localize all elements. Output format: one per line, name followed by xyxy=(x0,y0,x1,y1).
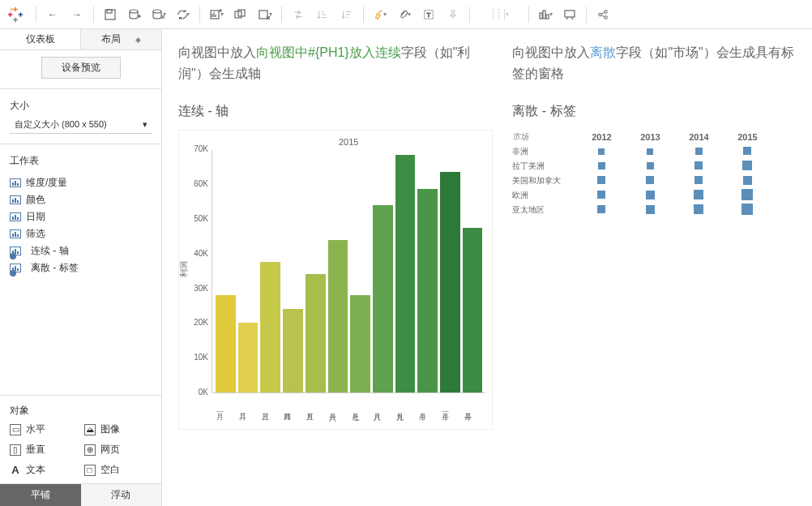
bar[interactable] xyxy=(283,309,303,392)
bar[interactable] xyxy=(306,274,326,392)
sheet-item[interactable]: 离散 - 标签 xyxy=(0,259,161,277)
x-label: 八月 xyxy=(372,397,392,419)
svg-point-12 xyxy=(130,10,138,13)
discrete-cell[interactable] xyxy=(723,176,771,187)
object-item[interactable]: ▭水平 xyxy=(10,421,78,438)
bar[interactable] xyxy=(440,172,460,392)
refresh-button[interactable]: ▾ xyxy=(172,3,194,26)
discrete-cell[interactable] xyxy=(674,204,723,216)
sheet-item[interactable]: 连续 - 轴 xyxy=(0,242,161,259)
x-label: 四月 xyxy=(282,397,302,419)
object-icon: ▯ xyxy=(10,444,21,456)
swap-button[interactable] xyxy=(287,3,310,26)
row-label: 欧洲 xyxy=(512,190,577,201)
fit-button[interactable]: ┊┊┊ ▾ xyxy=(475,3,524,26)
col-header: 2014 xyxy=(674,132,723,142)
bar[interactable] xyxy=(238,323,259,392)
mode-tiled[interactable]: 平铺 xyxy=(0,484,81,506)
svg-line-51 xyxy=(601,15,605,16)
object-icon: A xyxy=(10,465,21,476)
discrete-cell[interactable] xyxy=(626,191,674,201)
show-me-button[interactable]: ▾ xyxy=(534,3,557,26)
object-item[interactable]: ⛰图像 xyxy=(84,421,152,438)
x-label: 五月 xyxy=(305,397,325,419)
bar[interactable] xyxy=(395,155,416,393)
discrete-cell[interactable] xyxy=(723,161,771,172)
discrete-cell[interactable] xyxy=(674,161,723,171)
discrete-cell[interactable] xyxy=(626,205,674,216)
object-item[interactable]: □空白 xyxy=(84,461,152,478)
forward-button[interactable]: → xyxy=(66,3,88,26)
sort-desc-button[interactable] xyxy=(335,3,358,26)
tab-layout[interactable]: 布局◆ xyxy=(80,29,161,49)
col-header: 2015 xyxy=(723,132,771,142)
bar[interactable] xyxy=(373,205,393,392)
y-tick: 0K xyxy=(189,388,208,397)
discrete-cell[interactable] xyxy=(577,176,626,186)
clear-button[interactable]: ▾ xyxy=(254,3,276,26)
attach-button[interactable]: ▾ xyxy=(393,3,416,26)
bar[interactable] xyxy=(350,295,370,392)
discrete-cell[interactable] xyxy=(674,176,723,186)
save-button[interactable] xyxy=(99,3,122,26)
object-item[interactable]: A文本 xyxy=(10,461,78,478)
tab-dashboard[interactable]: 仪表板 xyxy=(0,29,80,49)
bar[interactable] xyxy=(417,189,438,392)
pause-updates-button[interactable]: ▾ xyxy=(147,3,170,26)
new-datasource-button[interactable] xyxy=(123,3,146,26)
bar[interactable] xyxy=(216,295,236,392)
highlight-button[interactable]: ▾ xyxy=(369,3,391,26)
device-preview-button[interactable]: 设备预览 xyxy=(41,57,121,79)
discrete-cell[interactable] xyxy=(626,176,674,186)
sheet-item[interactable]: 颜色 xyxy=(0,191,161,208)
object-icon: ⛰ xyxy=(84,424,96,435)
share-button[interactable] xyxy=(592,3,614,26)
discrete-table[interactable]: 市场2012201320142015非洲拉丁美洲美国和加拿大欧洲亚太地区 xyxy=(512,130,796,217)
sidebar: 仪表板 布局◆ 设备预览 大小 自定义大小 (800 x 550)▾ 工作表 维… xyxy=(0,29,162,506)
discrete-cell[interactable] xyxy=(723,189,771,202)
object-item[interactable]: ⊕网页 xyxy=(84,441,152,458)
duplicate-button[interactable] xyxy=(229,3,252,26)
discrete-cell[interactable] xyxy=(674,190,723,201)
discrete-cell[interactable] xyxy=(577,205,626,215)
discrete-cell[interactable] xyxy=(577,147,626,157)
worksheet-icon xyxy=(10,178,21,187)
main-toolbar: ← → ▾ ▾ ▾ ▾ ▾ ▾ T ┊┊┊ ▾ ▾ xyxy=(0,0,812,29)
discrete-cell[interactable] xyxy=(577,161,626,171)
x-label: 一月 xyxy=(215,397,235,419)
discrete-cell[interactable] xyxy=(723,204,771,217)
row-label: 拉丁美洲 xyxy=(512,161,577,172)
svg-point-15 xyxy=(153,10,161,13)
y-tick: 10K xyxy=(189,353,208,362)
col-header: 2012 xyxy=(577,132,626,142)
y-tick: 50K xyxy=(189,214,208,223)
back-button[interactable]: ← xyxy=(41,3,64,26)
bar[interactable] xyxy=(328,240,348,393)
x-label: 二月 xyxy=(237,397,258,419)
size-select[interactable]: 自定义大小 (800 x 550)▾ xyxy=(10,116,152,134)
sheet-item[interactable]: 维度/度量 xyxy=(0,174,161,191)
mode-floating[interactable]: 浮动 xyxy=(81,484,162,506)
continuous-description: 向视图中放入向视图中#{PH1}放入连续字段（如"利润"）会生成轴 xyxy=(178,42,493,84)
presentation-button[interactable] xyxy=(558,3,581,26)
discrete-description: 向视图中放入离散字段（如"市场"）会生成具有标签的窗格 xyxy=(512,42,796,84)
sheet-item[interactable]: 筛选 xyxy=(0,225,161,242)
object-item[interactable]: ▯垂直 xyxy=(10,441,78,458)
discrete-cell[interactable] xyxy=(626,147,674,157)
discrete-cell[interactable] xyxy=(674,147,723,157)
sort-asc-button[interactable] xyxy=(311,3,334,26)
svg-rect-42 xyxy=(543,11,545,19)
y-tick: 30K xyxy=(189,284,208,293)
svg-rect-26 xyxy=(259,11,267,19)
discrete-cell[interactable] xyxy=(723,147,771,157)
new-worksheet-button[interactable]: ▾ xyxy=(205,3,228,26)
bar-chart[interactable]: 2015 利润 0K10K20K30K40K50K60K70K 一月二月三月四月… xyxy=(178,130,493,430)
bar[interactable] xyxy=(463,228,483,393)
continuous-chart-title: 连续 - 轴 xyxy=(178,103,493,120)
bar[interactable] xyxy=(260,262,280,392)
discrete-cell[interactable] xyxy=(577,191,626,200)
pin-button[interactable] xyxy=(442,3,464,26)
text-format-button[interactable]: T xyxy=(417,3,440,26)
sheet-item[interactable]: 日期 xyxy=(0,208,161,225)
discrete-cell[interactable] xyxy=(626,161,674,171)
